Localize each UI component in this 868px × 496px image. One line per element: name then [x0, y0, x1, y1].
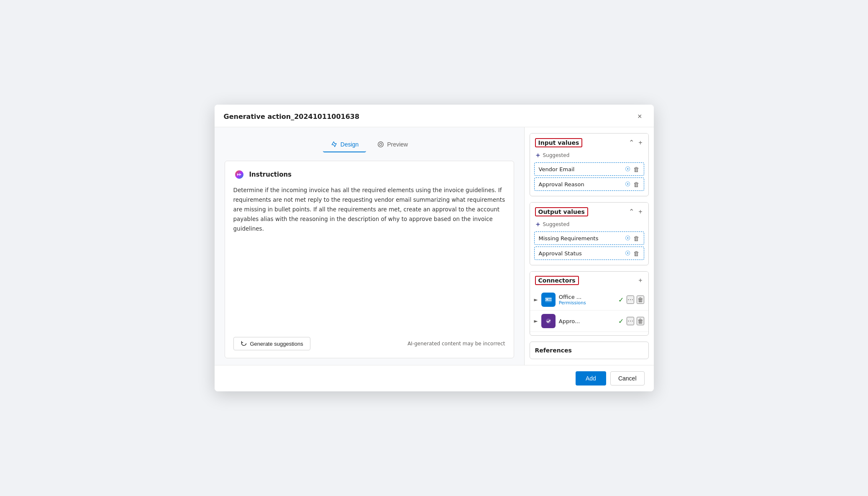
input-values-title: Input values — [535, 138, 583, 147]
svg-point-1 — [380, 143, 382, 145]
references-title: References — [535, 347, 572, 354]
approval-status-actions: ☉ 🗑 — [625, 249, 639, 257]
missing-req-delete-button[interactable]: 🗑 — [633, 235, 640, 242]
dialog-header: Generative action_20241011001638 × — [215, 105, 654, 127]
cancel-button[interactable]: Cancel — [610, 371, 645, 385]
approval-reason-label: Approval Reason — [539, 181, 625, 188]
tab-preview[interactable]: Preview — [369, 137, 415, 152]
instructions-heading: Instructions — [233, 169, 505, 180]
missing-requirements-actions: ☉ 🗑 — [625, 234, 639, 242]
preview-tab-icon — [377, 141, 384, 148]
dialog-body: Design Preview — [215, 127, 654, 365]
office-connector-name: Office ... — [559, 294, 615, 300]
output-values-header: Output values ⌃ + — [530, 203, 648, 221]
close-button[interactable]: × — [635, 111, 645, 122]
svg-point-0 — [378, 142, 384, 147]
vendor-email-actions: ☉ 🗑 — [625, 165, 639, 173]
approvals-logo-svg — [544, 316, 553, 326]
vendor-email-delete-button[interactable]: 🗑 — [633, 166, 640, 173]
missing-requirements-label: Missing Requirements — [539, 235, 625, 242]
office-more-button[interactable]: ⋯ — [627, 296, 634, 304]
output-values-actions: ⌃ + — [628, 207, 643, 216]
sparkle-icon-2 — [535, 221, 541, 227]
generate-suggestions-button[interactable]: Generate suggestions — [233, 337, 310, 350]
approvals-status-check-icon: ✓ — [618, 317, 624, 325]
left-panel: Design Preview — [215, 127, 524, 365]
tabs-row: Design Preview — [225, 137, 514, 152]
references-section: References — [530, 342, 649, 359]
office-connector-chevron[interactable]: ► — [534, 297, 538, 303]
refresh-icon — [241, 340, 247, 347]
approvals-connector-icon — [541, 314, 556, 328]
sparkle-icon — [535, 152, 541, 158]
vendor-email-field: Vendor Email ☉ 🗑 — [534, 162, 644, 176]
dialog-title: Generative action_20241011001638 — [224, 113, 360, 121]
office-connector-status: ✓ ⋯ 🗑 — [618, 296, 644, 304]
connectors-actions: + — [638, 276, 643, 285]
office-logo-svg — [544, 295, 553, 304]
office-delete-button[interactable]: 🗑 — [637, 296, 644, 304]
svg-rect-3 — [546, 299, 548, 301]
main-dialog: Generative action_20241011001638 × Desig… — [215, 105, 654, 391]
approvals-connector-info: Appro... — [559, 318, 615, 324]
connectors-add-button[interactable]: + — [638, 276, 643, 285]
instructions-body: Determine if the incoming invoice has al… — [233, 185, 505, 329]
vendor-email-label: Vendor Email — [539, 166, 625, 172]
input-suggested-label: Suggested — [530, 152, 648, 161]
tab-design[interactable]: Design — [323, 137, 366, 152]
approval-reason-field: Approval Reason ☉ 🗑 — [534, 177, 644, 191]
office-connector-row: ► Office ... Permissions — [530, 289, 648, 311]
output-suggested-label: Suggested — [530, 221, 648, 230]
connectors-title: Connectors — [535, 276, 579, 285]
approval-status-field: Approval Status ☉ 🗑 — [534, 247, 644, 260]
dialog-footer: Add Cancel — [215, 365, 654, 391]
vendor-email-check-icon: ☉ — [625, 165, 630, 173]
input-values-section: Input values ⌃ + Suggested Vendor Email — [530, 133, 649, 196]
copilot-icon — [233, 169, 245, 180]
approval-status-label: Approval Status — [539, 250, 625, 257]
connectors-header: Connectors + — [530, 272, 648, 289]
input-values-collapse-button[interactable]: ⌃ — [628, 138, 635, 147]
missing-req-check-icon: ☉ — [625, 234, 630, 242]
approvals-connector-row: ► Appro... ✓ ⋯ 🗑 — [530, 311, 648, 332]
office-connector-info: Office ... Permissions — [559, 294, 615, 306]
output-values-add-button[interactable]: + — [638, 207, 643, 216]
input-values-add-button[interactable]: + — [638, 138, 643, 147]
output-values-section: Output values ⌃ + Suggested Missing Requ… — [530, 202, 649, 265]
missing-requirements-field: Missing Requirements ☉ 🗑 — [534, 231, 644, 245]
input-values-header: Input values ⌃ + — [530, 134, 648, 152]
add-button[interactable]: Add — [576, 371, 606, 385]
approvals-connector-name: Appro... — [559, 318, 615, 324]
approvals-delete-button[interactable]: 🗑 — [637, 317, 644, 325]
approval-reason-check-icon: ☉ — [625, 180, 630, 188]
approval-status-check-icon: ☉ — [625, 249, 630, 257]
approvals-more-button[interactable]: ⋯ — [627, 317, 634, 325]
office-connector-icon — [541, 293, 556, 307]
output-values-title: Output values — [535, 207, 588, 216]
input-values-actions: ⌃ + — [628, 138, 643, 147]
ai-disclaimer: AI-generated content may be incorrect — [407, 341, 505, 347]
office-connector-sub: Permissions — [559, 300, 615, 306]
approvals-connector-chevron[interactable]: ► — [534, 318, 538, 324]
right-panel: Input values ⌃ + Suggested Vendor Email — [524, 127, 654, 365]
connectors-section: Connectors + ► — [530, 271, 649, 336]
instructions-card: Instructions Determine if the incoming i… — [225, 161, 514, 358]
approval-status-delete-button[interactable]: 🗑 — [633, 250, 640, 257]
svg-rect-2 — [545, 297, 552, 302]
card-footer: Generate suggestions AI-generated conten… — [233, 337, 505, 350]
office-status-check-icon: ✓ — [618, 296, 624, 304]
approvals-connector-status: ✓ ⋯ 🗑 — [618, 317, 644, 325]
approval-reason-delete-button[interactable]: 🗑 — [633, 181, 640, 188]
output-values-collapse-button[interactable]: ⌃ — [628, 207, 635, 216]
approval-reason-actions: ☉ 🗑 — [625, 180, 639, 188]
instructions-label: Instructions — [249, 171, 292, 178]
design-tab-icon — [330, 141, 338, 148]
